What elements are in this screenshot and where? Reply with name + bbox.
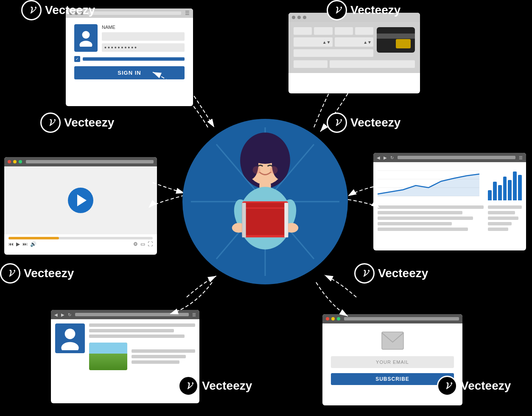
password-input[interactable]: •••••••••• xyxy=(102,43,185,52)
bar-1 xyxy=(488,190,492,200)
svg-rect-29 xyxy=(284,203,288,238)
svg-point-35 xyxy=(253,166,260,174)
video-controls: ⏮ ▶ ⏭ 🔊 ⚙ ▭ ⛶ xyxy=(4,234,157,250)
text-line-5 xyxy=(378,228,468,231)
analytics-card: ◀ ▶ ↻ ☰ xyxy=(373,153,526,250)
blog-titlebar: ◀ ▶ ↻ ☰ xyxy=(51,310,199,319)
subscribe-button[interactable]: SUBSCRIBE xyxy=(331,373,454,385)
analytics-line-chart-svg xyxy=(378,166,479,200)
analytics-main-content xyxy=(378,166,484,231)
sidebar-text-lines xyxy=(488,205,522,231)
pay-dot-1 xyxy=(292,16,295,19)
billing-field[interactable] xyxy=(330,60,415,68)
watermark-text-6: Vecteezy xyxy=(378,267,428,280)
watermark-text-3: Vecteezy xyxy=(64,116,114,129)
video-progress-bar[interactable] xyxy=(8,237,153,239)
video-screen[interactable] xyxy=(4,166,157,234)
blog-user-avatar xyxy=(55,323,85,353)
watermark-text-4: Vecteezy xyxy=(350,116,400,129)
watermark-bottom-left: 𝓥 Vecteezy xyxy=(178,376,252,396)
video-body: ⏮ ▶ ⏭ 🔊 ⚙ ▭ ⛶ xyxy=(4,166,157,250)
name-label: NAME xyxy=(102,25,185,30)
svg-rect-10 xyxy=(382,332,403,349)
watermark-top-left: 𝓥 Vecteezy xyxy=(21,0,95,20)
svg-marker-7 xyxy=(378,174,479,196)
fullscreen-icon[interactable]: ⛶ xyxy=(148,241,153,247)
watermark-text-2: Vecteezy xyxy=(350,3,400,17)
volume-icon[interactable]: 🔊 xyxy=(30,241,36,247)
email-icon-wrap xyxy=(380,330,405,351)
svg-point-33 xyxy=(241,149,258,180)
blog-card: ◀ ▶ ↻ ☰ xyxy=(51,310,199,403)
card-num-1[interactable] xyxy=(294,27,312,35)
email-input[interactable]: YOUR EMAIL xyxy=(331,356,454,368)
card-num-3[interactable] xyxy=(335,27,353,35)
sidebar-line-4 xyxy=(488,222,512,225)
pay-bottom-section xyxy=(294,60,415,68)
settings-icon[interactable]: ⚙ xyxy=(133,241,138,247)
watermark-mid-right: 𝓥 Vecteezy xyxy=(327,112,400,133)
sidebar-line-5 xyxy=(488,228,508,231)
blog-subtitle-line xyxy=(89,329,174,332)
remember-checkbox[interactable]: ✓ xyxy=(74,56,80,62)
titlebar-url-bar xyxy=(87,11,181,15)
video-titlebar-line xyxy=(26,160,154,163)
blog-bottom xyxy=(89,343,195,370)
more-line-2 xyxy=(132,355,186,358)
analytics-sidebar xyxy=(488,166,522,231)
pip-icon[interactable]: ▭ xyxy=(140,241,145,247)
bar-4 xyxy=(503,177,507,200)
blog-url-bar xyxy=(75,313,189,316)
svg-point-8 xyxy=(65,329,76,339)
pay-dot-3 xyxy=(303,16,306,19)
svg-point-2 xyxy=(80,41,92,47)
card-num-4[interactable] xyxy=(355,27,373,35)
blog-body xyxy=(51,319,199,374)
vecteezy-logo-icon-4: 𝓥 xyxy=(327,112,347,133)
expiry-year-select[interactable]: ▲▼ xyxy=(335,37,374,47)
blog-content xyxy=(89,323,195,370)
email-dot-green xyxy=(337,317,340,320)
analytics-url-bar xyxy=(398,156,515,159)
sidebar-line-2 xyxy=(488,211,515,214)
forward-icon[interactable]: ⏭ xyxy=(22,241,28,247)
vecteezy-logo-icon-2: 𝓥 xyxy=(327,0,347,20)
video-progress-fill xyxy=(8,237,59,239)
vecteezy-logo-icon-8: 𝓥 xyxy=(437,376,457,396)
remember-label xyxy=(83,57,185,61)
payment-top-section: ▲▼ ▲▼ xyxy=(294,27,415,57)
card-num-2[interactable] xyxy=(314,27,332,35)
expiry-month-select[interactable]: ▲▼ xyxy=(294,37,333,47)
avatar-box xyxy=(74,24,98,52)
watermark-text: Vecteezy xyxy=(45,3,95,17)
text-line-1 xyxy=(378,205,484,209)
signin-form-body: NAME •••••••••• ✓ SIGN IN xyxy=(66,18,193,86)
bar-2 xyxy=(493,182,497,200)
pay-dot-2 xyxy=(297,16,301,19)
payment-card: ▲▼ ▲▼ xyxy=(288,13,420,93)
login-fields: NAME •••••••••• xyxy=(102,25,185,52)
svg-point-9 xyxy=(61,342,78,350)
pay-select-row: ▲▼ ▲▼ xyxy=(294,37,373,47)
rewind-icon[interactable]: ⏮ xyxy=(8,241,14,247)
play-button[interactable] xyxy=(68,188,93,213)
pay-row-2 xyxy=(294,49,373,57)
analytics-body xyxy=(373,162,526,235)
svg-rect-30 xyxy=(242,203,246,238)
watermark-text-5: Vecteezy xyxy=(24,267,74,280)
text-line-3 xyxy=(378,216,473,220)
cvv-field[interactable] xyxy=(294,60,328,68)
name-input[interactable] xyxy=(102,32,185,41)
bar-5 xyxy=(508,180,512,200)
signin-button[interactable]: SIGN IN xyxy=(74,66,185,79)
watermark-text-7: Vecteezy xyxy=(202,379,252,393)
more-line-3 xyxy=(132,360,179,364)
svg-point-36 xyxy=(270,166,277,174)
video-dot-yellow xyxy=(13,160,17,163)
vecteezy-logo-icon-6: 𝓥 xyxy=(354,263,375,284)
pay-row-1 xyxy=(294,27,373,35)
text-line-2 xyxy=(378,211,462,214)
blog-line-3 xyxy=(89,334,185,338)
play-icon[interactable]: ▶ xyxy=(16,241,20,247)
card-name-field[interactable] xyxy=(294,49,373,57)
